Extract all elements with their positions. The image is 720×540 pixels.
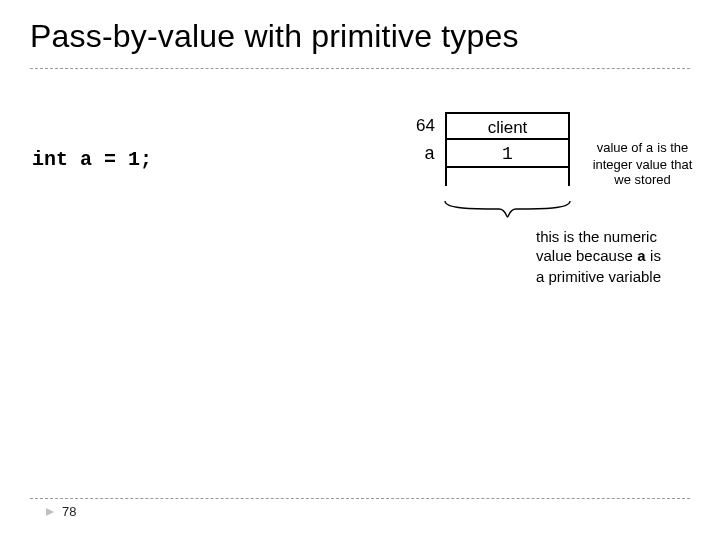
annotation-below: this is the numeric value because a is a… <box>536 228 711 286</box>
memory-var-value: 1 <box>445 140 570 168</box>
svg-marker-0 <box>46 508 54 516</box>
slide-marker-icon <box>44 506 56 518</box>
memory-header-cell: client <box>445 112 570 140</box>
slide-footer: 78 <box>44 504 76 519</box>
memory-spacer-left <box>335 168 445 186</box>
code-snippet: int a = 1; <box>32 148 152 171</box>
memory-var-label: a <box>335 140 445 168</box>
page-number: 78 <box>62 504 76 519</box>
memory-address-label: 64 <box>335 112 445 140</box>
memory-diagram: 64 client a 1 <box>335 112 570 186</box>
footer-divider <box>30 498 690 499</box>
annotation-right: value of a is the integer value that we … <box>575 140 710 188</box>
title-divider <box>30 68 690 69</box>
curly-brace-icon <box>444 200 571 218</box>
slide-title: Pass-by-value with primitive types <box>30 18 519 55</box>
memory-spacer-cell <box>445 168 570 186</box>
